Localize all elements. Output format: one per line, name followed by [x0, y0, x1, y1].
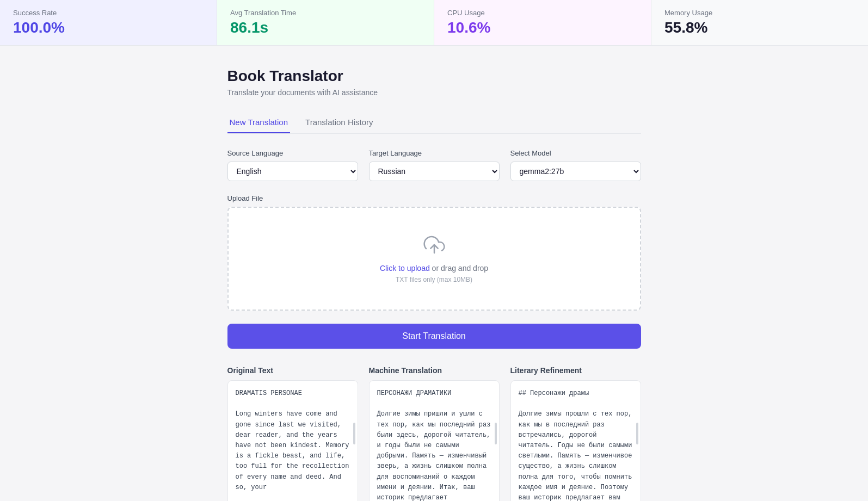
results-panels: DRAMATIS PERSONAE Long winters have come…: [227, 380, 641, 501]
literary-refinement-label: Literary Refinement: [510, 366, 641, 375]
start-translation-button[interactable]: Start Translation: [227, 324, 641, 349]
stats-bar: Success Rate 100.0% Avg Translation Time…: [0, 0, 868, 46]
stat-avg-time: Avg Translation Time 86.1s: [217, 0, 434, 45]
upload-section: Upload File Click to upload or drag and …: [227, 194, 641, 311]
model-group: Select Model gemma2:27b gpt-4 claude-3 l…: [510, 149, 641, 181]
stat-cpu-usage: CPU Usage 10.6%: [434, 0, 651, 45]
upload-label: Upload File: [227, 194, 641, 202]
source-language-label: Source Language: [227, 149, 358, 157]
stat-success-rate-value: 100.0%: [13, 19, 204, 36]
upload-hint: TXT files only (max 10MB): [239, 276, 629, 283]
upload-click-text[interactable]: Click to upload: [380, 264, 430, 273]
upload-drag-text: or drag and drop: [430, 264, 488, 273]
machine-translation-content: ПЕРСОНАЖИ ДРАМАТИКИ Долгие зимы пришли и…: [377, 388, 491, 501]
source-language-group: Source Language English French Spanish G…: [227, 149, 358, 181]
tab-translation-history[interactable]: Translation History: [303, 112, 375, 133]
stat-success-rate: Success Rate 100.0%: [0, 0, 217, 45]
stat-avg-time-label: Avg Translation Time: [230, 9, 421, 17]
upload-icon: [239, 234, 629, 257]
main-content: Book Translator Translate your documents…: [217, 67, 652, 501]
page-subtitle: Translate your documents with AI assista…: [227, 88, 641, 97]
stat-avg-time-value: 86.1s: [230, 19, 421, 36]
stat-cpu-usage-value: 10.6%: [447, 19, 638, 36]
original-text-content: DRAMATIS PERSONAE Long winters have come…: [236, 388, 350, 493]
upload-text: Click to upload or drag and drop: [239, 264, 629, 273]
page-title: Book Translator: [227, 67, 641, 85]
original-text-label: Original Text: [227, 366, 358, 375]
model-select[interactable]: gemma2:27b gpt-4 claude-3 llama3: [510, 162, 641, 181]
stat-success-rate-label: Success Rate: [13, 9, 204, 17]
model-label: Select Model: [510, 149, 641, 157]
stat-memory-usage: Memory Usage 55.8%: [651, 0, 868, 45]
form-row: Source Language English French Spanish G…: [227, 149, 641, 181]
upload-area[interactable]: Click to upload or drag and drop TXT fil…: [227, 207, 641, 311]
original-text-panel[interactable]: DRAMATIS PERSONAE Long winters have come…: [227, 380, 358, 501]
machine-translation-label: Machine Translation: [369, 366, 500, 375]
literary-refinement-panel[interactable]: ## Персонажи драмы Долгие зимы прошли с …: [510, 380, 641, 501]
tab-bar: New Translation Translation History: [227, 112, 641, 134]
stat-memory-usage-label: Memory Usage: [664, 9, 855, 17]
stat-cpu-usage-label: CPU Usage: [447, 9, 638, 17]
target-language-select[interactable]: Russian English French Spanish German: [369, 162, 500, 181]
machine-translation-panel[interactable]: ПЕРСОНАЖИ ДРАМАТИКИ Долгие зимы пришли и…: [369, 380, 500, 501]
target-language-group: Target Language Russian English French S…: [369, 149, 500, 181]
tab-new-translation[interactable]: New Translation: [227, 112, 291, 133]
scrollbar-indicator-machine: [495, 423, 497, 444]
source-language-select[interactable]: English French Spanish German Chinese: [227, 162, 358, 181]
results-header: Original Text Machine Translation Litera…: [227, 366, 641, 375]
literary-refinement-content: ## Персонажи драмы Долгие зимы прошли с …: [519, 388, 633, 501]
target-language-label: Target Language: [369, 149, 500, 157]
scrollbar-indicator-original: [353, 423, 355, 444]
stat-memory-usage-value: 55.8%: [664, 19, 855, 36]
scrollbar-indicator-literary: [636, 423, 638, 444]
